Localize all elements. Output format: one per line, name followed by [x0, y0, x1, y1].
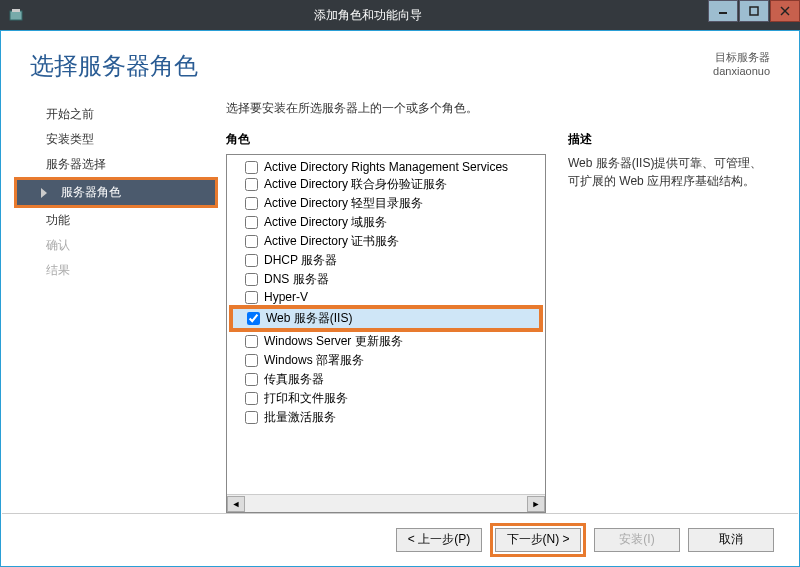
- svg-rect-1: [12, 9, 20, 12]
- instruction-text: 选择要安装在所选服务器上的一个或多个角色。: [226, 100, 770, 117]
- role-item-volume-activation[interactable]: 批量激活服务: [227, 408, 545, 427]
- nav-before-you-begin[interactable]: 开始之前: [2, 102, 222, 127]
- roles-label: 角色: [226, 131, 546, 148]
- nav-server-roles[interactable]: 服务器角色: [17, 180, 215, 205]
- wizard-footer: < 上一步(P) 下一步(N) > 安装(I) 取消: [2, 513, 798, 565]
- cancel-button[interactable]: 取消: [688, 528, 774, 552]
- target-server: danxiaonuo: [713, 65, 770, 77]
- scroll-left-button[interactable]: ◄: [227, 496, 245, 512]
- install-button: 安装(I): [594, 528, 680, 552]
- role-item-wds[interactable]: Windows 部署服务: [227, 351, 545, 370]
- nav-installation-type[interactable]: 安装类型: [2, 127, 222, 152]
- role-checkbox[interactable]: [245, 354, 258, 367]
- role-item-dns[interactable]: DNS 服务器: [227, 270, 545, 289]
- role-highlight: Web 服务器(IIS): [229, 305, 543, 332]
- maximize-button[interactable]: [739, 0, 769, 22]
- role-item-print[interactable]: 打印和文件服务: [227, 389, 545, 408]
- role-checkbox[interactable]: [247, 312, 260, 325]
- nav-results: 结果: [2, 258, 222, 283]
- nav-server-selection[interactable]: 服务器选择: [2, 152, 222, 177]
- horizontal-scrollbar[interactable]: ◄ ►: [227, 494, 545, 512]
- main-panel: 选择要安装在所选服务器上的一个或多个角色。 角色 Active Director…: [222, 92, 798, 513]
- role-item-adrms[interactable]: Active Directory Rights Management Servi…: [227, 159, 545, 175]
- header: 选择服务器角色 目标服务器 danxiaonuo: [2, 32, 798, 92]
- nav-confirmation: 确认: [2, 233, 222, 258]
- role-checkbox[interactable]: [245, 178, 258, 191]
- role-item-adlds[interactable]: Active Directory 轻型目录服务: [227, 194, 545, 213]
- minimize-button[interactable]: [708, 0, 738, 22]
- content-frame: 选择服务器角色 目标服务器 danxiaonuo 开始之前 安装类型 服务器选择…: [0, 30, 800, 567]
- role-checkbox[interactable]: [245, 373, 258, 386]
- role-item-fax[interactable]: 传真服务器: [227, 370, 545, 389]
- role-checkbox[interactable]: [245, 161, 258, 174]
- role-item-adcs[interactable]: Active Directory 证书服务: [227, 232, 545, 251]
- role-checkbox[interactable]: [245, 273, 258, 286]
- wizard-sidebar: 开始之前 安装类型 服务器选择 服务器角色 功能 确认 结果: [2, 92, 222, 513]
- next-highlight: 下一步(N) >: [490, 523, 586, 557]
- target-info: 目标服务器 danxiaonuo: [713, 50, 770, 82]
- role-item-hyperv[interactable]: Hyper-V: [227, 289, 545, 305]
- role-item-adfs[interactable]: Active Directory 联合身份验证服务: [227, 175, 545, 194]
- target-label: 目标服务器: [713, 50, 770, 65]
- window-title: 添加角色和功能向导: [28, 7, 708, 24]
- svg-rect-0: [10, 11, 22, 20]
- nav-features[interactable]: 功能: [2, 208, 222, 233]
- roles-column: 角色 Active Directory Rights Management Se…: [226, 131, 546, 513]
- role-checkbox[interactable]: [245, 235, 258, 248]
- role-checkbox[interactable]: [245, 411, 258, 424]
- description-text: Web 服务器(IIS)提供可靠、可管理、可扩展的 Web 应用程序基础结构。: [568, 154, 770, 190]
- next-button[interactable]: 下一步(N) >: [495, 528, 581, 552]
- role-checkbox[interactable]: [245, 291, 258, 304]
- close-button[interactable]: [770, 0, 800, 22]
- role-item-iis[interactable]: Web 服务器(IIS): [233, 309, 539, 328]
- page-title: 选择服务器角色: [30, 50, 713, 82]
- svg-rect-3: [750, 7, 758, 15]
- role-item-dhcp[interactable]: DHCP 服务器: [227, 251, 545, 270]
- previous-button[interactable]: < 上一步(P): [396, 528, 482, 552]
- role-checkbox[interactable]: [245, 197, 258, 210]
- role-item-wsus[interactable]: Windows Server 更新服务: [227, 332, 545, 351]
- role-checkbox[interactable]: [245, 216, 258, 229]
- roles-list[interactable]: Active Directory Rights Management Servi…: [227, 155, 545, 494]
- role-item-adds[interactable]: Active Directory 域服务: [227, 213, 545, 232]
- titlebar: 添加角色和功能向导: [0, 0, 800, 30]
- description-column: 描述 Web 服务器(IIS)提供可靠、可管理、可扩展的 Web 应用程序基础结…: [546, 131, 770, 513]
- roles-listbox: Active Directory Rights Management Servi…: [226, 154, 546, 513]
- titlebar-buttons: [708, 0, 800, 30]
- role-checkbox[interactable]: [245, 254, 258, 267]
- nav-highlight: 服务器角色: [14, 177, 218, 208]
- app-icon: [8, 7, 24, 23]
- role-checkbox[interactable]: [245, 335, 258, 348]
- description-label: 描述: [568, 131, 770, 148]
- scroll-right-button[interactable]: ►: [527, 496, 545, 512]
- role-checkbox[interactable]: [245, 392, 258, 405]
